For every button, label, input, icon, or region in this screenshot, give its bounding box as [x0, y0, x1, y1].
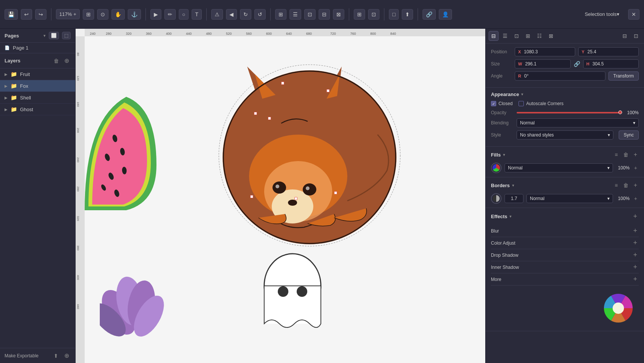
close-selection-tools-button[interactable]: ✕ — [628, 9, 639, 20]
align2-button[interactable]: ⊡ — [304, 9, 316, 20]
panel-tab-extra1[interactable]: ⊟ — [620, 31, 630, 41]
border-blend-select[interactable]: Normal ▾ — [526, 194, 613, 203]
effects-add-button[interactable]: + — [632, 212, 639, 221]
sel-handle-bottom-right[interactable] — [334, 191, 337, 194]
panel-tab-arrange[interactable]: ⊟ — [489, 31, 498, 41]
redo-button[interactable]: ↪ — [35, 9, 46, 20]
opacity-thumb[interactable] — [618, 110, 622, 114]
size-link-icon[interactable]: 🔗 — [574, 61, 580, 67]
color-wheel-preview[interactable] — [603, 293, 633, 323]
blending-select[interactable]: Normal ▾ — [517, 118, 639, 127]
drop-shadow-add-button[interactable]: + — [632, 251, 639, 259]
pen-button[interactable]: ✏ — [164, 9, 176, 20]
forward-button[interactable]: ↺ — [254, 9, 266, 20]
borders-settings-button[interactable]: ≡ — [613, 181, 619, 189]
closed-checkbox-item[interactable]: Closed — [491, 101, 512, 106]
panel-tab-more[interactable]: ⊠ — [546, 31, 556, 41]
save-button[interactable]: 💾 — [5, 9, 18, 20]
refresh-button[interactable]: ↻ — [240, 9, 251, 20]
circle-tool-button[interactable]: ○ — [179, 9, 189, 20]
text-button[interactable]: T — [192, 9, 202, 20]
more-add-button[interactable]: + — [632, 275, 639, 283]
back-button[interactable]: ◀ — [226, 9, 237, 20]
borders-trash-button[interactable]: 🗑 — [622, 181, 630, 189]
panel-tab-align[interactable]: ☰ — [500, 31, 510, 41]
export-top-button[interactable]: ⬆ — [402, 9, 413, 20]
style-select[interactable]: No shared styles ▾ — [517, 130, 613, 140]
add-page-button[interactable]: ⬜ — [49, 32, 59, 39]
fill-color-swatch[interactable] — [491, 163, 502, 173]
align4-button[interactable]: ⊠ — [333, 9, 344, 20]
fill-blend-select[interactable]: Normal ▾ — [505, 163, 613, 172]
color-adjust-add-button[interactable]: + — [632, 239, 639, 247]
blur-add-button[interactable]: + — [632, 227, 639, 235]
export-add-button[interactable]: ⊕ — [63, 351, 71, 360]
anchor-button[interactable]: ⚓ — [128, 9, 141, 20]
distribute2-button[interactable]: ⊡ — [368, 9, 379, 20]
panel-tab-extra2[interactable]: ⊡ — [631, 31, 641, 41]
link-top-button[interactable]: 🔗 — [423, 9, 436, 20]
layer-shell[interactable]: ▶ 📁 Shell — [0, 92, 75, 104]
r-field[interactable]: R 0° — [515, 71, 605, 81]
sel-handle-bottom-center[interactable] — [294, 197, 297, 200]
sel-handle-top[interactable] — [281, 82, 284, 85]
fills-settings-button[interactable]: ≡ — [613, 150, 619, 159]
rotate-button[interactable]: ⊙ — [97, 9, 108, 20]
layer-fox[interactable]: ▶ 📁 Fox — [0, 80, 75, 92]
borders-section: Borders ▾ ≡ 🗑 + 1.7 Normal ▾ 100% + — [486, 177, 644, 208]
borders-actions: ≡ 🗑 + — [613, 181, 639, 189]
warning-button[interactable]: ⚠ — [211, 9, 223, 20]
transform-button[interactable]: Transform — [608, 71, 639, 81]
sel-handle-center-mid[interactable] — [268, 117, 271, 120]
layer-fruit[interactable]: ▶ 📁 Fruit — [0, 68, 75, 80]
layers-add-button[interactable]: ⊕ — [63, 56, 71, 65]
h-field[interactable]: H 304.5 — [583, 59, 639, 68]
panel-tab-list[interactable]: ☷ — [534, 31, 545, 41]
svg-point-15 — [303, 183, 316, 195]
y-field[interactable]: Y 25.4 — [578, 47, 639, 56]
canvas-content[interactable] — [85, 36, 485, 363]
appearance-header[interactable]: Appearance ▾ — [491, 92, 639, 97]
page-options-button[interactable]: ⬚ — [62, 32, 71, 39]
panel-tab-grid[interactable]: ⊡ — [512, 31, 522, 41]
fox-illustration[interactable] — [202, 55, 402, 253]
layers-trash-button[interactable]: 🗑 — [52, 57, 60, 65]
person-button[interactable]: 👤 — [439, 9, 452, 20]
border-thickness-field[interactable]: 1.7 — [505, 194, 523, 203]
sync-button[interactable]: Sync — [619, 130, 639, 140]
bool1-button[interactable]: □ — [389, 9, 399, 20]
ghost-illustration[interactable] — [251, 252, 334, 336]
sel-handle-left-mid[interactable] — [254, 112, 257, 115]
border-color-swatch[interactable] — [491, 193, 502, 204]
page1-label: Page 1 — [13, 45, 28, 51]
distribute1-button[interactable]: ⊞ — [354, 9, 365, 20]
fill-plus-button[interactable]: + — [633, 164, 639, 172]
watermelon-illustration[interactable] — [85, 89, 164, 211]
sel-handle-bottom-left[interactable] — [250, 195, 253, 198]
sel-handle-right-top[interactable] — [327, 89, 330, 92]
fills-trash-button[interactable]: 🗑 — [622, 150, 630, 159]
fit-button[interactable]: ⊞ — [83, 9, 94, 20]
fills-add-button[interactable]: + — [632, 150, 639, 159]
w-field[interactable]: W 296.1 — [515, 59, 571, 68]
layer-ghost[interactable]: ▶ 📁 Ghost — [0, 104, 75, 115]
x-field[interactable]: X 1080.3 — [515, 47, 575, 56]
export-icon-button[interactable]: ⬆ — [52, 352, 60, 360]
autoscale-checkbox-item[interactable]: Autoscale Corners — [519, 101, 564, 106]
opacity-slider[interactable] — [517, 112, 622, 113]
play-button[interactable]: ▶ — [150, 9, 161, 20]
inner-shadow-add-button[interactable]: + — [632, 263, 639, 271]
undo-button[interactable]: ↩ — [21, 9, 32, 20]
grid1-button[interactable]: ⊞ — [275, 9, 286, 20]
autoscale-checkbox[interactable] — [519, 101, 524, 106]
page1-item[interactable]: 📄 Page 1 — [0, 43, 75, 53]
border-plus-button[interactable]: + — [633, 195, 639, 202]
borders-add-button[interactable]: + — [632, 181, 639, 189]
shell-illustration[interactable] — [100, 267, 168, 344]
zoom-display[interactable]: 117% + — [56, 9, 80, 19]
align3-button[interactable]: ⊟ — [319, 9, 330, 20]
panel-tab-layout[interactable]: ⊞ — [523, 31, 533, 41]
hand-button[interactable]: ✋ — [111, 9, 125, 20]
align1-button[interactable]: ☰ — [289, 9, 301, 20]
closed-checkbox[interactable] — [491, 101, 496, 106]
